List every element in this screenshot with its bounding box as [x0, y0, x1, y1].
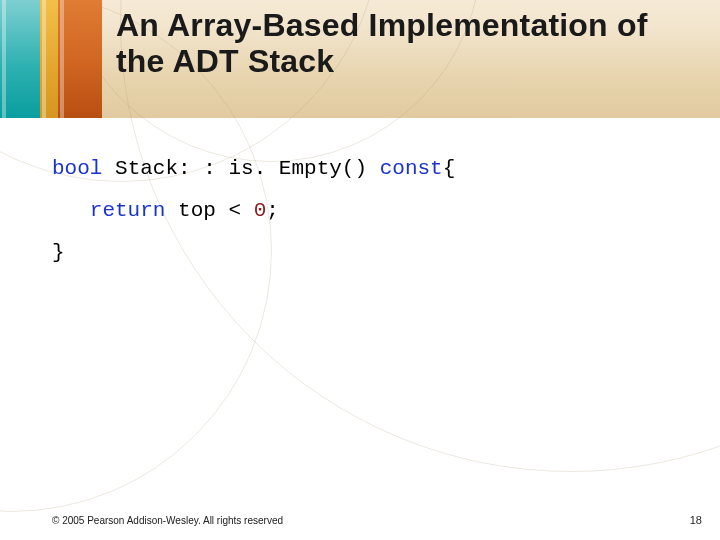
code-indent: [52, 199, 90, 222]
page-title: An Array-Based Implementation of the ADT…: [116, 8, 696, 80]
code-text: top <: [165, 199, 253, 222]
keyword-bool: bool: [52, 157, 102, 180]
keyword-return: return: [90, 199, 166, 222]
title-banner: An Array-Based Implementation of the ADT…: [0, 0, 720, 118]
code-text: Stack: : is. Empty(): [102, 157, 379, 180]
accent-bar-gold: [40, 0, 58, 118]
accent-bar-brick: [58, 0, 102, 118]
code-text: {: [443, 157, 456, 180]
keyword-const: const: [380, 157, 443, 180]
code-text: ;: [266, 199, 279, 222]
code-block: bool Stack: : is. Empty() const{ return …: [52, 148, 672, 274]
copyright-text: © 2005 Pearson Addison-Wesley. All right…: [52, 515, 283, 526]
page-number: 18: [690, 514, 702, 526]
literal-zero: 0: [254, 199, 267, 222]
accent-bar-teal: [0, 0, 40, 118]
code-text: }: [52, 241, 65, 264]
